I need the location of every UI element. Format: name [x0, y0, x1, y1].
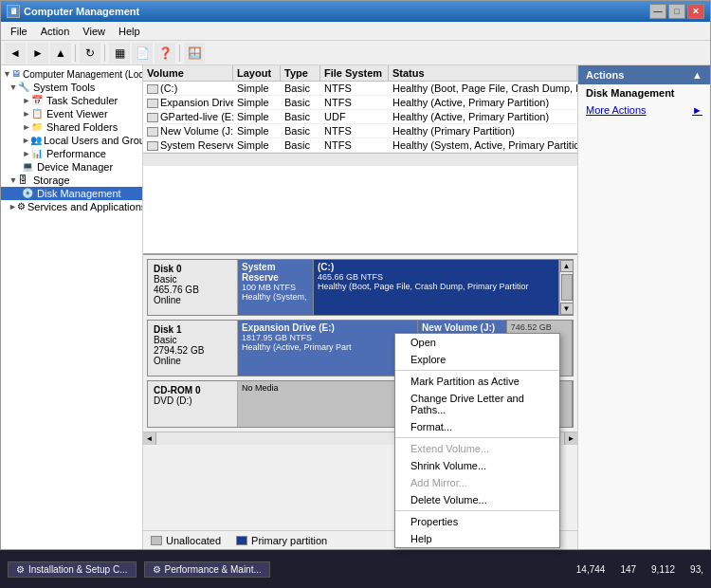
disk-0-type: Basic	[154, 274, 231, 285]
ctx-properties[interactable]: Properties	[395, 513, 559, 530]
window-title: Computer Management	[24, 6, 139, 17]
disk-0-partition-1[interactable]: (C:) 465.66 GB NTFS Healthy (Boot, Page …	[314, 260, 559, 315]
maximize-button[interactable]: □	[668, 4, 685, 19]
col-type[interactable]: Type	[281, 65, 320, 81]
ctx-separator-1	[395, 370, 559, 371]
item-title: Performance & Maint...	[165, 564, 262, 575]
list-row-3[interactable]: New Volume (J:) Simple Basic NTFS Health…	[143, 124, 577, 138]
cdrom-title: CD-ROM 0	[154, 385, 231, 395]
computer-management-window: 🖥 Computer Management — □ ✕ File Action …	[0, 0, 711, 550]
export-button[interactable]: 📄	[132, 43, 153, 64]
forward-button[interactable]: ►	[27, 43, 48, 64]
menu-view[interactable]: View	[77, 24, 111, 39]
tree-label: Storage	[33, 175, 70, 186]
ctx-format[interactable]: Format...	[395, 418, 559, 435]
scroll-left-btn[interactable]: ◄	[143, 432, 156, 445]
back-button[interactable]: ◄	[5, 43, 26, 64]
title-bar: 🖥 Computer Management — □ ✕	[1, 1, 710, 22]
num1: 14,744	[576, 564, 606, 575]
tree-item-system-tools[interactable]: ▼ 🔧 System Tools	[1, 81, 142, 94]
col-status[interactable]: Status	[389, 65, 577, 81]
tree-item-event-viewer[interactable]: ► 📋 Event Viewer	[1, 107, 142, 120]
tree-item-local-users[interactable]: ► 👥 Local Users and Groups	[1, 134, 142, 147]
ctx-shrink[interactable]: Shrink Volume...	[395, 457, 559, 474]
ctx-add-mirror[interactable]: Add Mirror...	[395, 474, 559, 491]
device-icon: 💻	[22, 161, 35, 173]
taskbar-item-performance[interactable]: ⚙ Performance & Maint...	[144, 561, 270, 578]
action-disk-management[interactable]: Disk Management	[578, 84, 710, 101]
list-row-1[interactable]: Expansion Drive (E:) Simple Basic NTFS H…	[143, 96, 577, 110]
tree-item-performance[interactable]: ► 📊 Performance	[1, 147, 142, 160]
col-volume[interactable]: Volume	[143, 65, 233, 81]
ctx-help[interactable]: Help	[395, 530, 559, 547]
menu-help[interactable]: Help	[113, 24, 146, 39]
partition-sub: Healthy (Active, Primary Part	[242, 342, 413, 352]
tree-panel: ▼ 🖥 Computer Management (Local ▼ 🔧 Syste…	[1, 65, 143, 549]
close-button[interactable]: ✕	[687, 4, 704, 19]
refresh-button[interactable]: ↻	[80, 43, 100, 64]
taskbar-item-installation[interactable]: ⚙ Installation & Setup C...	[8, 561, 137, 578]
list-row-4[interactable]: System Reserved Simple Basic NTFS Health…	[143, 138, 577, 153]
expand-icon[interactable]: ►	[22, 121, 31, 133]
col-fs[interactable]: File System	[320, 65, 389, 81]
expand-icon[interactable]: ►	[22, 95, 31, 106]
up-button[interactable]: ▲	[50, 43, 71, 64]
tree-item-disk-management[interactable]: 💿 Disk Management	[1, 187, 142, 200]
more-actions-arrow: ►	[692, 104, 702, 116]
partition-name: System Reserve	[242, 262, 309, 283]
new-window-button[interactable]: 🪟	[184, 43, 205, 64]
list-horizontal-scrollbar[interactable]	[143, 153, 577, 166]
event-icon: 📋	[31, 108, 45, 119]
partition-detail: 746.52 GB	[511, 322, 568, 332]
expand-icon[interactable]: ►	[9, 201, 17, 212]
tree-label: System Tools	[33, 82, 95, 93]
tree-item-storage[interactable]: ▼ 🗄 Storage	[1, 174, 142, 187]
tree-item-device-manager[interactable]: 💻 Device Manager	[1, 160, 142, 174]
show-hide-button[interactable]: ▦	[109, 43, 130, 64]
help-toolbar-button[interactable]: ❓	[155, 43, 175, 64]
storage-icon: 🗄	[18, 175, 31, 186]
ctx-separator-2	[395, 437, 559, 438]
ctx-explore[interactable]: Explore	[395, 351, 559, 368]
ctx-extend[interactable]: Extend Volume...	[395, 440, 559, 457]
tree-item-computer-management[interactable]: ▼ 🖥 Computer Management (Local	[1, 67, 142, 81]
scroll-right-btn[interactable]: ►	[564, 432, 577, 445]
window-icon: 🖥	[7, 5, 20, 18]
ctx-change-drive[interactable]: Change Drive Letter and Paths...	[395, 390, 559, 418]
actions-header: Actions ▲	[578, 65, 710, 84]
legend-unallocated-label: Unallocated	[166, 535, 221, 546]
tree-item-task-scheduler[interactable]: ► 📅 Task Scheduler	[1, 94, 142, 107]
scroll-down[interactable]: ▼	[560, 303, 574, 315]
ctx-open[interactable]: Open	[395, 334, 559, 351]
expand-icon[interactable]: ►	[22, 135, 30, 146]
disk-0-scrollbar[interactable]: ▲ ▼	[559, 260, 573, 315]
expand-icon[interactable]: ▼	[9, 82, 18, 93]
expand-icon[interactable]: ▼	[9, 175, 18, 186]
tree-label: Services and Applications	[27, 201, 143, 212]
tree-item-services[interactable]: ► ⚙ Services and Applications	[1, 200, 142, 213]
expand-icon[interactable]: ►	[22, 108, 31, 119]
services-icon: ⚙	[17, 201, 26, 212]
disk-1-partition-0[interactable]: Expansion Drive (E:) 1817.95 GB NTFS Hea…	[238, 321, 418, 376]
scroll-thumb[interactable]	[561, 274, 573, 301]
legend-unallocated: Unallocated	[151, 535, 221, 546]
expand-icon[interactable]: ►	[22, 148, 31, 159]
item-icon: ⚙	[153, 564, 161, 575]
scroll-up[interactable]: ▲	[560, 260, 574, 272]
ctx-mark-active[interactable]: Mark Partition as Active	[395, 373, 559, 390]
menu-file[interactable]: File	[5, 24, 33, 39]
actions-collapse-icon[interactable]: ▲	[692, 69, 702, 81]
disk-0-title: Disk 0	[154, 264, 231, 274]
action-more-actions[interactable]: More Actions ►	[578, 101, 710, 119]
list-row-0[interactable]: (C:) Simple Basic NTFS Healthy (Boot, Pa…	[143, 82, 577, 96]
minimize-button[interactable]: —	[649, 4, 666, 19]
tree-item-shared-folders[interactable]: ► 📁 Shared Folders	[1, 120, 142, 134]
legend-primary-box	[236, 536, 247, 545]
ctx-delete[interactable]: Delete Volume...	[395, 491, 559, 508]
disk-0-partition-0[interactable]: System Reserve 100 MB NTFS Healthy (Syst…	[238, 260, 314, 315]
title-buttons: — □ ✕	[649, 4, 704, 19]
list-row-2[interactable]: GParted-live (E:) Simple Basic UDF Healt…	[143, 110, 577, 124]
menu-action[interactable]: Action	[35, 24, 76, 39]
col-layout[interactable]: Layout	[233, 65, 281, 81]
expand-icon[interactable]: ▼	[3, 68, 11, 80]
